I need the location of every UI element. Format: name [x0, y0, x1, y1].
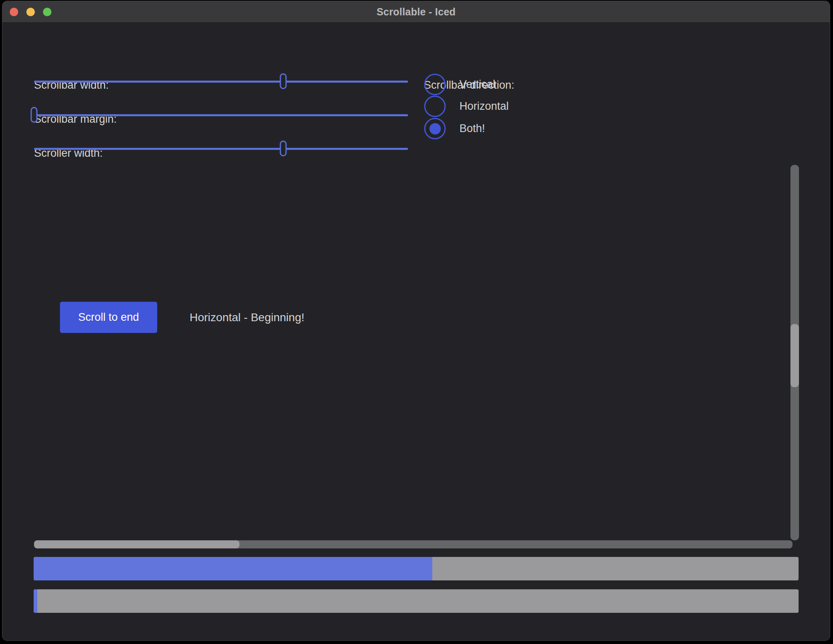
content-area: Scrollbar width: Scrollbar margin: Scrol… [2, 23, 830, 640]
app-window: Scrollable - Iced Scrollbar width: Scrol… [2, 1, 830, 641]
horizontal-progress-bar [34, 557, 799, 580]
vertical-progress-bar [34, 589, 799, 613]
slider-handle[interactable] [280, 141, 286, 156]
radio-circle-icon[interactable] [424, 96, 446, 117]
radio-circle-icon[interactable] [424, 118, 446, 139]
slider-handle[interactable] [31, 107, 38, 123]
vertical-scrollbar[interactable] [790, 165, 799, 540]
progress-fill [34, 557, 432, 580]
window-title: Scrollable - Iced [2, 1, 830, 22]
radio-both[interactable]: Both! [424, 118, 485, 139]
radio-label: Vertical [459, 78, 496, 91]
slider-handle[interactable] [280, 73, 286, 89]
slider-track[interactable] [34, 81, 408, 83]
slider-track[interactable] [34, 148, 408, 150]
slider-track[interactable] [34, 114, 408, 116]
radio-circle-icon[interactable] [424, 74, 446, 95]
scrollbar-width-slider[interactable] [34, 73, 408, 90]
scroller-width-slider[interactable] [34, 141, 408, 157]
scrollbar-margin-slider[interactable] [34, 107, 408, 123]
horizontal-scrollbar[interactable] [34, 540, 792, 548]
scroll-to-end-button[interactable]: Scroll to end [60, 302, 157, 333]
radio-label: Both! [459, 122, 485, 135]
progress-fill [34, 589, 37, 613]
radio-label: Horizontal [459, 100, 509, 113]
horizontal-scrollbar-thumb[interactable] [34, 540, 239, 548]
vertical-scrollbar-thumb[interactable] [790, 324, 799, 387]
radio-vertical[interactable]: Vertical [424, 74, 496, 95]
titlebar: Scrollable - Iced [2, 1, 830, 23]
radio-horizontal[interactable]: Horizontal [424, 96, 509, 117]
scroll-status-text: Horizontal - Beginning! [190, 302, 304, 333]
radio-dot-icon [429, 123, 441, 134]
